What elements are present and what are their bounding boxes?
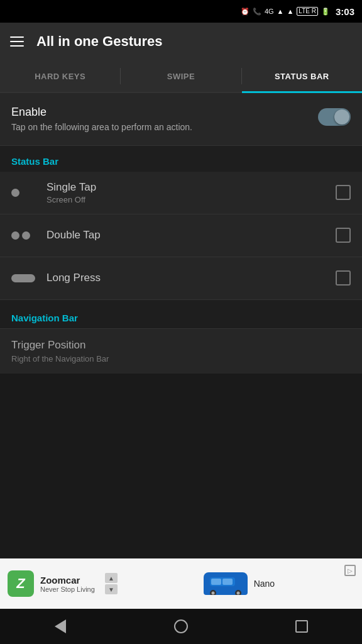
lte-badge: LTE R xyxy=(297,7,318,16)
enable-toggle[interactable] xyxy=(318,108,351,126)
enable-description: Tap on the following area to perform an … xyxy=(11,121,192,134)
long-press-bar-icon xyxy=(11,274,35,282)
single-tap-text: Single Tap Screen Off xyxy=(47,181,336,204)
double-dot-2 xyxy=(22,231,30,240)
double-tap-text: Double Tap xyxy=(47,229,336,242)
svg-point-5 xyxy=(236,592,239,595)
ad-car-image xyxy=(204,572,248,595)
double-tap-label: Double Tap xyxy=(47,229,336,242)
ad-logo: Z xyxy=(8,570,34,597)
long-press-item[interactable]: Long Press xyxy=(0,257,362,300)
tab-status-bar[interactable]: STATUS BAR xyxy=(242,62,362,93)
car-svg xyxy=(204,572,248,595)
app-title: All in one Gestures xyxy=(36,33,163,50)
long-press-checkbox[interactable] xyxy=(336,270,351,286)
status-bar-section-header: Status Bar xyxy=(0,146,362,172)
recents-icon xyxy=(295,620,308,633)
single-dot xyxy=(11,189,19,197)
phone-4g-icon: 📞 xyxy=(253,8,261,16)
tab-swipe[interactable]: SWIPE xyxy=(121,62,241,93)
long-press-text: Long Press xyxy=(47,272,336,284)
status-bar: ⏰ 📞 4G ▲ ▲ LTE R 🔋 3:03 xyxy=(0,0,362,23)
battery-icon: 🔋 xyxy=(321,8,330,16)
4g-label: 4G xyxy=(265,8,274,15)
svg-point-4 xyxy=(211,592,214,595)
home-icon xyxy=(174,619,188,633)
enable-text-block: Enable Tap on the following area to perf… xyxy=(11,106,192,134)
ad-banner[interactable]: Z Zoomcar Never Stop Living ▲ ▼ Nano ▷ xyxy=(0,558,362,609)
ad-car-area: Nano xyxy=(124,572,354,595)
single-tap-icon xyxy=(11,189,47,197)
single-tap-sublabel: Screen Off xyxy=(47,195,336,204)
home-button[interactable] xyxy=(165,611,197,642)
ad-external-link-icon[interactable]: ▷ xyxy=(344,565,356,576)
ad-brand: Zoomcar xyxy=(40,575,95,586)
signal-icon: ▲ xyxy=(287,8,293,15)
hamburger-line-1 xyxy=(10,36,24,38)
long-press-label: Long Press xyxy=(47,272,336,284)
tab-hard-keys[interactable]: HARD KEYS xyxy=(0,62,120,93)
bottom-nav-bar xyxy=(0,609,362,644)
double-tap-icon xyxy=(11,231,47,240)
ad-logo-letter: Z xyxy=(16,575,25,592)
app-header: All in one Gestures xyxy=(0,23,362,60)
back-icon xyxy=(55,619,66,633)
double-tap-checkbox[interactable] xyxy=(336,228,351,243)
ad-text: Zoomcar Never Stop Living xyxy=(40,575,95,593)
hamburger-menu[interactable] xyxy=(10,36,24,47)
status-time: 3:03 xyxy=(336,6,354,17)
alarm-icon: ⏰ xyxy=(241,8,250,16)
trigger-position-sublabel: Right of the Navigation Bar xyxy=(11,354,351,364)
single-tap-item[interactable]: Single Tap Screen Off xyxy=(0,172,362,214)
svg-rect-6 xyxy=(211,579,221,585)
single-tap-checkbox[interactable] xyxy=(336,185,351,200)
enable-title: Enable xyxy=(11,106,192,119)
ad-car-model: Nano xyxy=(254,579,275,589)
ad-scroll-up[interactable]: ▲ xyxy=(105,573,118,583)
double-dot-1 xyxy=(11,231,19,240)
back-button[interactable] xyxy=(45,611,76,642)
ad-tagline: Never Stop Living xyxy=(40,586,95,593)
svg-rect-7 xyxy=(222,579,233,585)
trigger-position-label: Trigger Position xyxy=(11,339,351,352)
long-press-icon-container xyxy=(11,274,47,282)
double-tap-item[interactable]: Double Tap xyxy=(0,214,362,257)
wifi-icon: ▲ xyxy=(277,8,284,15)
enable-section: Enable Tap on the following area to perf… xyxy=(0,93,362,146)
single-tap-label: Single Tap xyxy=(47,181,336,194)
toggle-knob xyxy=(334,109,349,125)
ad-scroll-down[interactable]: ▼ xyxy=(105,584,118,594)
hamburger-line-2 xyxy=(10,41,24,42)
navigation-bar-section-header: Navigation Bar xyxy=(0,300,362,328)
tab-bar: HARD KEYS SWIPE STATUS BAR xyxy=(0,60,362,93)
ad-scroll-buttons[interactable]: ▲ ▼ xyxy=(105,573,118,594)
hamburger-line-3 xyxy=(10,45,24,47)
recents-button[interactable] xyxy=(286,611,317,642)
trigger-position-item[interactable]: Trigger Position Right of the Navigation… xyxy=(0,328,362,374)
status-icons: ⏰ 📞 4G ▲ ▲ LTE R 🔋 3:03 xyxy=(241,6,354,17)
